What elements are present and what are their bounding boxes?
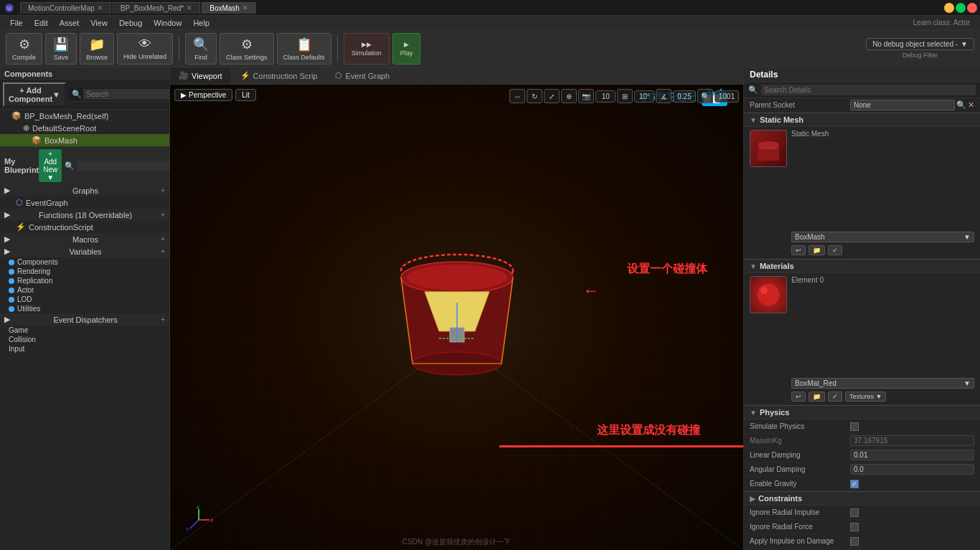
graphs-add-btn[interactable]: + bbox=[161, 186, 165, 194]
var-lod[interactable]: LOD bbox=[0, 295, 169, 304]
reset-mesh-button[interactable]: ↩ bbox=[791, 245, 806, 255]
component-item-boxmash[interactable]: 📦 BoxMash bbox=[0, 134, 169, 146]
add-component-button[interactable]: + Add Component ▼ bbox=[3, 82, 66, 107]
details-search-bar: 🔍 bbox=[744, 82, 980, 98]
debug-filter-dropdown[interactable]: No debug object selected - ▼ bbox=[866, 38, 974, 50]
enable-gravity-checkbox[interactable] bbox=[850, 480, 859, 488]
constraints-section-header[interactable]: ▶ Constraints bbox=[744, 491, 980, 506]
components-header[interactable]: Components bbox=[0, 67, 169, 80]
add-new-button[interactable]: + Add New ▼ bbox=[39, 149, 62, 182]
tab-motioncontrollermap[interactable]: MotionControllerMap ✕ bbox=[20, 2, 111, 14]
browse-button[interactable]: 📁 Browse bbox=[80, 33, 114, 65]
menu-debug[interactable]: Debug bbox=[113, 17, 148, 29]
save-button[interactable]: 💾 Save bbox=[45, 33, 77, 65]
translate-btn[interactable]: ↔ bbox=[509, 89, 525, 103]
class-defaults-button[interactable]: 📋 Class Defaults bbox=[277, 33, 331, 65]
dispatcher-input[interactable]: Input bbox=[0, 344, 169, 354]
use-material-button[interactable]: ✓ bbox=[828, 392, 842, 402]
browse-material-button[interactable]: 📁 bbox=[809, 392, 825, 402]
parent-socket-select[interactable]: None bbox=[850, 100, 955, 110]
dispatchers-add-btn[interactable]: + bbox=[161, 316, 165, 323]
simulation-button[interactable]: ▶▶ Simulation bbox=[344, 33, 390, 65]
scale-btn[interactable]: ⤢ bbox=[544, 89, 560, 103]
var-components[interactable]: Components bbox=[0, 257, 169, 267]
class-settings-button[interactable]: ⚙ Class Settings bbox=[220, 33, 274, 65]
menu-asset[interactable]: Asset bbox=[54, 17, 85, 29]
macros-section-header[interactable]: ▶ Macros + bbox=[0, 233, 169, 245]
window-close-button[interactable] bbox=[967, 3, 977, 13]
simulate-physics-checkbox[interactable] bbox=[850, 422, 859, 431]
close-tab-1[interactable]: ✕ bbox=[187, 4, 192, 11]
browse-mesh-button[interactable]: 📁 bbox=[809, 245, 825, 255]
search-socket-btn[interactable]: 🔍 bbox=[956, 100, 966, 110]
angular-damping-input[interactable] bbox=[850, 464, 974, 475]
graphs-section-header[interactable]: ▶ Graphs + bbox=[0, 184, 169, 196]
rotate-btn[interactable]: ↻ bbox=[527, 89, 542, 103]
physics-section-header[interactable]: ▼ Physics bbox=[744, 405, 980, 419]
element0-select[interactable]: BoxMat_Red ▼ bbox=[791, 378, 974, 389]
menu-view[interactable]: View bbox=[85, 17, 113, 29]
use-mesh-button[interactable]: ✓ bbox=[828, 245, 842, 255]
camera-speed-btn[interactable]: 📷 bbox=[578, 89, 594, 103]
var-rendering[interactable]: Rendering bbox=[0, 267, 169, 276]
angular-damping-row: Angular Damping bbox=[744, 463, 980, 477]
world-space-btn[interactable]: ⊕ bbox=[561, 89, 577, 103]
static-mesh-select[interactable]: BoxMash ▼ bbox=[791, 232, 974, 242]
var-dot-replication bbox=[9, 278, 14, 284]
browse-icon: 📁 bbox=[89, 37, 105, 52]
var-utilities[interactable]: Utilities bbox=[0, 304, 169, 313]
blueprint-search-input[interactable] bbox=[77, 161, 170, 171]
variables-section-header[interactable]: ▶ Variables + bbox=[0, 245, 169, 257]
menu-edit[interactable]: Edit bbox=[29, 17, 54, 29]
reset-material-button[interactable]: ↩ bbox=[791, 392, 806, 402]
grid-btn[interactable]: ⊞ bbox=[617, 89, 633, 103]
clear-socket-btn[interactable]: ✕ bbox=[968, 100, 974, 110]
lit-dropdown[interactable]: Lit bbox=[235, 89, 256, 101]
component-search-input[interactable] bbox=[83, 89, 170, 100]
tab-viewport[interactable]: 🎥 Viewport bbox=[170, 67, 232, 84]
functions-section-header[interactable]: ▶ Functions (18 Overridable) + bbox=[0, 209, 169, 221]
mass-input[interactable] bbox=[850, 435, 974, 446]
tab-event-graph[interactable]: ⬡ Event Graph bbox=[326, 67, 399, 84]
window-minimize-button[interactable] bbox=[944, 3, 954, 13]
play-button[interactable]: ▶ Play bbox=[392, 33, 421, 65]
angle-btn[interactable]: ∡ bbox=[656, 89, 672, 103]
dispatcher-collision[interactable]: Collision bbox=[0, 335, 169, 344]
mesh-preview-details: Static Mesh BoxMash ▼ ↩ 📁 ✓ bbox=[791, 130, 974, 255]
tab-boxmash[interactable]: BoxMash ✕ bbox=[202, 2, 256, 14]
construction-script-item[interactable]: ⚡ ConstructionScript bbox=[0, 221, 169, 233]
var-actor[interactable]: Actor bbox=[0, 285, 169, 295]
materials-section-header[interactable]: ▼ Materials bbox=[744, 259, 980, 273]
component-item-root[interactable]: ⊕ DefaultSceneRoot bbox=[0, 122, 169, 134]
menu-file[interactable]: File bbox=[4, 17, 29, 29]
static-mesh-section-header[interactable]: ▼ Static Mesh bbox=[744, 113, 980, 127]
apply-impulse-checkbox[interactable] bbox=[850, 537, 859, 546]
functions-add-btn[interactable]: + bbox=[161, 211, 165, 219]
find-button[interactable]: 🔍 Find bbox=[185, 33, 217, 65]
hide-unrelated-button[interactable]: 👁 Hide Unrelated bbox=[117, 33, 173, 65]
details-search-input[interactable] bbox=[761, 85, 976, 95]
menu-help[interactable]: Help bbox=[187, 17, 215, 29]
close-tab-0[interactable]: ✕ bbox=[98, 4, 103, 11]
compile-button[interactable]: ⚙ Compile bbox=[6, 33, 42, 65]
tab-bp-boxmesh[interactable]: BP_BoxMesh_Red* ✕ bbox=[113, 2, 200, 14]
zoom-btn[interactable]: 🔍 bbox=[697, 89, 713, 103]
textures-button[interactable]: Textures ▼ bbox=[845, 392, 886, 402]
eventgraph-item[interactable]: ⬡ EventGraph bbox=[0, 196, 169, 209]
ignore-radial-force-checkbox[interactable] bbox=[850, 523, 859, 531]
var-replication[interactable]: Replication bbox=[0, 276, 169, 285]
perspective-dropdown[interactable]: ▶ Perspective bbox=[174, 89, 232, 101]
tab-construction-script[interactable]: ⚡ Construction Scrip bbox=[232, 67, 327, 84]
close-tab-2[interactable]: ✕ bbox=[242, 4, 248, 11]
linear-damping-input[interactable] bbox=[850, 450, 974, 460]
ignore-radial-impulse-checkbox[interactable] bbox=[850, 508, 859, 517]
axis-indicator: X Z Y bbox=[184, 506, 213, 536]
macros-add-btn[interactable]: + bbox=[161, 235, 165, 243]
menu-window[interactable]: Window bbox=[148, 17, 187, 29]
variables-add-btn[interactable]: + bbox=[161, 247, 165, 255]
window-maximize-button[interactable] bbox=[956, 3, 966, 13]
element0-details: Element 0 BoxMat_Red ▼ ↩ 📁 ✓ Textures ▼ bbox=[791, 276, 974, 402]
dispatcher-game[interactable]: Game bbox=[0, 326, 169, 335]
component-item-bp[interactable]: 📦 BP_BoxMesh_Red(self) bbox=[0, 110, 169, 122]
event-dispatchers-section-header[interactable]: ▶ Event Dispatchers + bbox=[0, 313, 169, 326]
